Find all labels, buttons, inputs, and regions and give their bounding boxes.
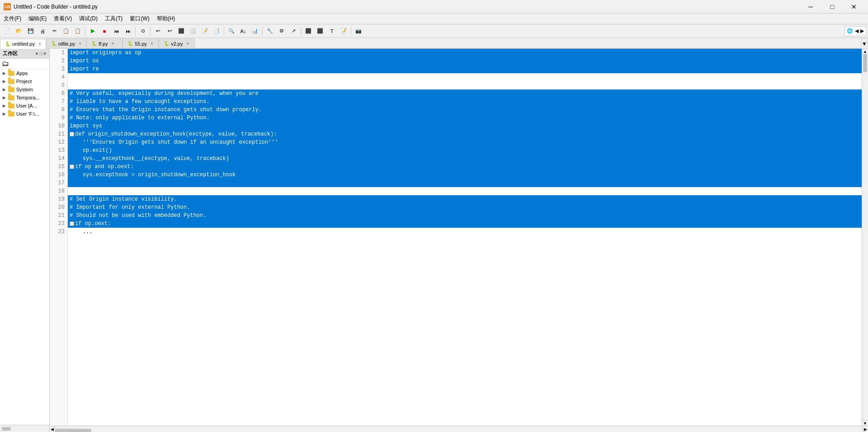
maximize-button[interactable]: □: [822, 0, 843, 14]
code-line-3[interactable]: import re: [68, 65, 862, 73]
editor-vertical-scrollbar[interactable]: ▲ ▼: [862, 49, 868, 426]
tab-tab2[interactable]: 🐍nifile.py×: [46, 38, 86, 48]
code-line-4[interactable]: [68, 73, 862, 81]
toolbar-btn19[interactable]: 📊: [250, 26, 260, 36]
code-line-23[interactable]: ...: [68, 228, 862, 236]
code-line-19[interactable]: # Set Origin instance visibility.: [68, 195, 862, 203]
code-line-12[interactable]: '''Ensures Origin gets shut down if an u…: [68, 138, 862, 146]
folder-icon: [8, 71, 14, 76]
code-line-9[interactable]: # Note: only applicable to external Pyth…: [68, 114, 862, 122]
editor-horizontal-scrollbar[interactable]: ◀ ▶: [50, 426, 868, 432]
toolbar-nav-dropdown[interactable]: 🌐◀▶: [844, 26, 866, 36]
menu-item-帮助(H)[interactable]: 帮助(H): [153, 14, 179, 24]
toolbar-run[interactable]: ▶: [87, 26, 98, 36]
toolbar-btn26[interactable]: 📝: [338, 26, 349, 36]
toolbar-btn17[interactable]: 🔍: [226, 26, 237, 36]
toolbar-btn24[interactable]: ⬛: [315, 26, 326, 36]
fold-marker[interactable]: −: [70, 164, 74, 169]
toolbar-open[interactable]: 📂: [14, 26, 24, 36]
toolbar-btn16[interactable]: 📑: [211, 26, 222, 36]
toolbar-btn13[interactable]: ⬛: [176, 26, 187, 36]
code-line-15[interactable]: −if op and op.oext:: [68, 163, 862, 171]
code-line-22[interactable]: −if op.oext:: [68, 220, 862, 228]
toolbar-btn12[interactable]: ↩: [164, 26, 175, 36]
toolbar-btn11[interactable]: ↩: [152, 26, 163, 36]
menu-item-编辑(E)[interactable]: 编辑(E): [25, 14, 50, 24]
sidebar-item-tempora[interactable]: ▶Tempora...: [0, 94, 49, 102]
toolbar-save[interactable]: 💾: [25, 26, 36, 36]
scrollbar-thumb[interactable]: [863, 54, 867, 72]
code-line-11[interactable]: −def origin_shutdown_exception_hook(exct…: [68, 130, 862, 138]
sidebar-dock-btn[interactable]: □: [40, 52, 42, 56]
toolbar-btn27[interactable]: 📷: [353, 26, 364, 36]
tab-close-btn[interactable]: ×: [79, 41, 81, 46]
sidebar-item-userf[interactable]: ▶User 'F:\...: [0, 110, 49, 118]
toolbar-sep3: [150, 27, 151, 36]
toolbar-btn9[interactable]: ⏭: [123, 26, 133, 36]
toolbar-btn8[interactable]: ⏮: [111, 26, 122, 36]
code-line-5[interactable]: [68, 81, 862, 89]
toolbar-btn4[interactable]: 🖨: [37, 26, 48, 36]
code-line-14[interactable]: sys.__excepthook__(exctype, value, trace…: [68, 155, 862, 163]
toolbar-btn22[interactable]: ↗: [288, 26, 299, 36]
tab-tab1[interactable]: 🐍untitled.py×: [0, 39, 46, 49]
tab-close-btn[interactable]: ×: [38, 42, 41, 47]
sidebar-item-system[interactable]: ▶System: [0, 85, 49, 94]
sidebar-scrollbar[interactable]: [0, 425, 49, 432]
menu-item-调试(D)[interactable]: 调试(D): [75, 14, 101, 24]
code-line-13[interactable]: op.exit(): [68, 146, 862, 155]
tree-arrow-icon: ▶: [3, 95, 6, 100]
fold-marker[interactable]: −: [70, 221, 74, 226]
sidebar-pin-btn[interactable]: ▼: [35, 52, 39, 56]
toolbar-btn20[interactable]: 🔧: [264, 26, 275, 36]
toolbar-btn18[interactable]: A↓: [238, 26, 249, 36]
fold-marker[interactable]: −: [70, 132, 74, 136]
code-line-10[interactable]: import sys: [68, 122, 862, 130]
menu-item-工具(T)[interactable]: 工具(T): [101, 14, 126, 24]
sidebar-item-project[interactable]: ▶Project: [0, 77, 49, 85]
tab-tab5[interactable]: 🐍v2.py×: [159, 38, 195, 48]
menu-item-查看(V)[interactable]: 查看(V): [50, 14, 75, 24]
tree-arrow-icon: ▶: [3, 87, 6, 92]
sidebar-item-apps[interactable]: ▶Apps: [0, 69, 49, 77]
close-button[interactable]: ✕: [844, 0, 864, 14]
toolbar-btn23[interactable]: ⬛: [303, 26, 314, 36]
menu-item-文件(F)[interactable]: 文件(F): [0, 14, 25, 24]
tab-tab4[interactable]: 🐍55.py×: [123, 38, 159, 48]
tree-arrow-icon: ▶: [3, 112, 6, 116]
line-num-10: 10: [50, 122, 67, 130]
code-line-16[interactable]: sys.excepthook = origin_shutdown_excepti…: [68, 171, 862, 179]
code-line-21[interactable]: # Should not be used with embedded Pytho…: [68, 211, 862, 220]
code-line-6[interactable]: # Very useful, especially during develop…: [68, 89, 862, 98]
tab-close-btn[interactable]: ×: [112, 41, 114, 46]
sidebar-controls: ▼ □ ✕: [35, 52, 47, 56]
toolbar-btn25[interactable]: T: [326, 26, 337, 36]
tab-tab3[interactable]: 🐍ff.py×: [86, 38, 123, 48]
toolbar-btn7[interactable]: 📋: [72, 26, 83, 36]
line-num-3: 3: [50, 65, 67, 73]
code-line-18[interactable]: [68, 187, 862, 195]
sidebar-item-usera[interactable]: ▶User [A...: [0, 102, 49, 110]
code-line-7[interactable]: # liable to have a few uncaught exceptio…: [68, 98, 862, 106]
tab-close-btn[interactable]: ×: [151, 41, 153, 46]
code-line-1[interactable]: import originpro as op: [68, 49, 862, 57]
toolbar-new[interactable]: 📄: [2, 26, 13, 36]
tab-close-btn[interactable]: ×: [186, 41, 189, 46]
sidebar-close-btn[interactable]: ✕: [43, 52, 47, 56]
code-line-20[interactable]: # Important for only external Python.: [68, 203, 862, 211]
code-line-8[interactable]: # Ensures that the Origin instance gets …: [68, 106, 862, 114]
code-editor[interactable]: import originpro as opimport osimport re…: [68, 49, 862, 426]
scrollbar-track[interactable]: [862, 54, 868, 420]
tab-overflow-button[interactable]: ▼: [861, 38, 868, 48]
toolbar-stop[interactable]: ■: [99, 26, 110, 36]
toolbar-btn10[interactable]: ⊙: [137, 26, 148, 36]
menu-item-窗口(W)[interactable]: 窗口(W): [126, 14, 153, 24]
toolbar-btn5[interactable]: ✂: [49, 26, 60, 36]
code-line-2[interactable]: import os: [68, 57, 862, 65]
minimize-button[interactable]: ─: [800, 0, 821, 14]
toolbar-btn21[interactable]: ⚙: [276, 26, 287, 36]
code-line-17[interactable]: [68, 179, 862, 187]
toolbar-btn6[interactable]: 📋: [61, 26, 71, 36]
toolbar-btn15[interactable]: 📝: [199, 26, 210, 36]
toolbar-btn14[interactable]: ⬜: [188, 26, 198, 36]
